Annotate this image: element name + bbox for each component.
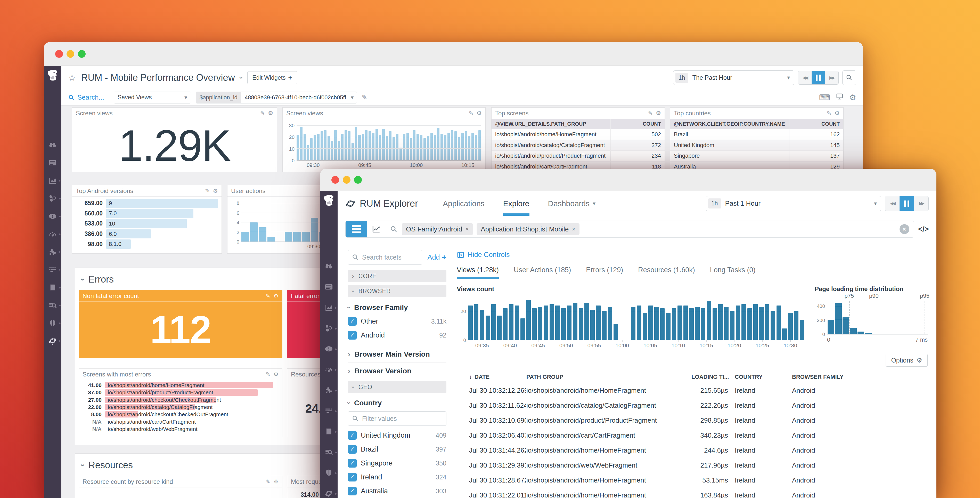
nav-dashboards[interactable]: Dashboards▾ — [548, 199, 596, 208]
bar-row[interactable]: 22.00io/shopist/android/catalog/CatalogF… — [79, 404, 278, 411]
back-window-titlebar[interactable] — [44, 42, 863, 66]
bar-row[interactable]: 533.0010 — [72, 219, 218, 229]
sidebar-item-rum-icon[interactable]: ▸ — [320, 483, 337, 498]
sidebar-item-notebooks-icon[interactable]: ▸ — [320, 421, 337, 442]
column-browser-family[interactable]: BROWSER FAMILY — [792, 374, 928, 380]
event-row[interactable]: Jul 30 10:31:29.391io/shopist/android/we… — [457, 458, 928, 473]
event-row[interactable]: Jul 30 10:31:28.672io/shopist/android/ho… — [457, 473, 928, 488]
widget-screens-most-errors[interactable]: Screens with most errors ✎⚙ 41.00io/shop… — [79, 369, 282, 437]
facet-country[interactable]: › Country — [348, 399, 446, 407]
forward-button[interactable]: ▶▶ — [825, 71, 838, 85]
datadog-logo-icon[interactable] — [46, 69, 59, 82]
add-facet-button[interactable]: Add+ — [427, 253, 446, 262]
timeseries-view-button[interactable] — [367, 221, 385, 238]
column-path-group[interactable]: PATH GROUP — [527, 374, 691, 380]
minimize-button[interactable] — [67, 50, 74, 58]
minimize-button[interactable] — [343, 176, 350, 184]
table-row[interactable]: io/shopist/android/home/HomeFragment502 — [492, 129, 665, 140]
gear-icon[interactable]: ⚙ — [213, 188, 218, 194]
facet-value-row[interactable]: ✓Other3.11k — [348, 315, 446, 327]
event-row[interactable]: Jul 30 10:32:06.407io/shopist/android/ca… — [457, 428, 928, 443]
checkbox-checked[interactable]: ✓ — [348, 431, 357, 440]
chevron-down-icon[interactable]: › — [237, 77, 245, 79]
tab-long[interactable]: Long Tasks (0) — [710, 266, 756, 274]
close-button[interactable] — [55, 50, 63, 58]
table-row[interactable]: io/shopist/android/product/ProductFragme… — [492, 151, 665, 161]
gear-icon[interactable]: ⚙ — [268, 110, 273, 117]
table-row[interactable]: Singapore137 — [670, 151, 843, 161]
filter-values-field[interactable] — [348, 411, 446, 426]
bar-row[interactable]: N/Aio/shopist/android/cart/CartFragment — [79, 418, 278, 425]
bar-row[interactable]: N/Aio/shopist/android/web/WebFragment — [79, 426, 278, 433]
search-button[interactable]: Search... — [68, 93, 109, 101]
sidebar-item-monitors-icon[interactable]: ▸ — [320, 338, 337, 359]
sidebar-item-dashboards-icon[interactable] — [44, 154, 61, 172]
maximize-button[interactable] — [354, 176, 362, 184]
column-loading-time[interactable]: LOADING TI... — [691, 374, 735, 380]
gear-icon[interactable]: ⚙ — [477, 110, 482, 117]
column-date[interactable]: ↓DATE — [469, 374, 527, 380]
nav-applications[interactable]: Applications — [443, 199, 485, 208]
front-window-titlebar[interactable] — [320, 169, 936, 191]
saved-views-select[interactable]: Saved Views ▾ — [114, 92, 191, 104]
column-country[interactable]: COUNTRY — [735, 374, 792, 380]
pencil-icon[interactable]: ✎ — [266, 478, 270, 485]
bar-row[interactable]: 37.00io/shopist/android/product/ProductF… — [79, 389, 278, 396]
chevron-down-icon[interactable]: › — [79, 464, 88, 466]
widget-top-android-versions[interactable]: Top Android versions ✎⚙ 659.009560.007.0… — [72, 185, 222, 254]
sidebar-item-pipelines-icon[interactable]: ▸ — [44, 260, 61, 278]
sidebar-item-log-explorer-icon[interactable]: ▸ — [44, 296, 61, 314]
code-view-icon[interactable]: </> — [918, 225, 929, 233]
rewind-button[interactable]: ◀◀ — [798, 71, 811, 85]
gear-icon[interactable]: ⚙ — [274, 478, 278, 485]
sidebar-item-metrics-icon[interactable]: ▸ — [320, 297, 337, 318]
maximize-button[interactable] — [78, 50, 86, 58]
sidebar-item-monitors-icon[interactable]: ▸ — [44, 207, 61, 225]
tab-resources[interactable]: Resources (1.60k) — [638, 266, 695, 274]
hide-controls-button[interactable]: Hide Controls — [457, 251, 928, 259]
event-row[interactable]: Jul 30 10:32:12.269io/shopist/android/ho… — [457, 383, 928, 398]
pause-button[interactable] — [811, 71, 825, 85]
monitor-icon[interactable] — [836, 93, 843, 102]
widget-top-screens[interactable]: Top screens ✎⚙ @VIEW.URL_DETAILS.PATH_GR… — [491, 107, 665, 172]
remove-filter-icon[interactable]: × — [465, 225, 469, 233]
sidebar-item-watchdog-icon[interactable] — [320, 256, 337, 277]
gear-icon[interactable]: ⚙ — [835, 110, 840, 117]
widget-top-countries[interactable]: Top countries ✎⚙ @NETWORK.CLIENT.GEOIP.C… — [670, 107, 843, 172]
search-facets-field[interactable] — [348, 250, 422, 265]
pencil-icon[interactable]: ✎ — [648, 110, 653, 117]
sidebar-item-apm-icon[interactable]: ▸ — [44, 225, 61, 243]
pause-button[interactable] — [899, 196, 914, 211]
facet-value-row[interactable]: ✓Singapore350 — [348, 457, 446, 469]
filter-pill[interactable]: Application Id:Shop.ist Mobile× — [477, 223, 579, 235]
tab-views[interactable]: Views (1.28k) — [457, 266, 499, 274]
checkbox-checked[interactable]: ✓ — [348, 445, 357, 453]
pencil-icon[interactable]: ✎ — [266, 293, 270, 299]
bar-row[interactable]: 560.007.0 — [72, 209, 218, 219]
facet-browser-version[interactable]: ›Browser Version — [348, 363, 446, 379]
facet-group-core[interactable]: › CORE — [348, 270, 446, 282]
facet-value-row[interactable]: ✓Android92 — [348, 329, 446, 341]
checkbox-checked[interactable]: ✓ — [348, 459, 357, 468]
sidebar-item-log-explorer-icon[interactable]: ▸ — [320, 442, 337, 462]
list-view-button[interactable] — [345, 221, 367, 238]
options-button[interactable]: Options ⚙ — [886, 354, 928, 367]
time-range-selector[interactable]: 1h Past 1 Hour ▾ — [706, 196, 881, 211]
checkbox-checked[interactable]: ✓ — [348, 317, 357, 326]
chevron-down-icon[interactable]: › — [79, 278, 88, 281]
facet-group-browser[interactable]: › BROWSER — [348, 285, 446, 297]
search-facets-input[interactable] — [362, 254, 418, 261]
bar-row[interactable]: 98.008.1.0 — [72, 239, 218, 249]
gear-icon[interactable]: ⚙ — [274, 293, 278, 299]
facet-value-row[interactable]: ✓Australia303 — [348, 485, 446, 497]
table-row[interactable]: io/shopist/android/catalog/CatalogFragme… — [492, 140, 665, 151]
table-row[interactable]: United Kingdom145 — [670, 140, 843, 151]
sidebar-item-dashboards-icon[interactable] — [320, 277, 337, 297]
pencil-icon[interactable]: ✎ — [361, 93, 367, 101]
sidebar-item-security-icon[interactable]: ▸ — [320, 462, 337, 483]
sidebar-item-watchdog-icon[interactable] — [44, 136, 61, 154]
facet-group-geo[interactable]: › GEO — [348, 381, 446, 393]
sidebar-item-infrastructure-icon[interactable]: ▸ — [320, 318, 337, 338]
search-input[interactable]: OS Family:Android×Application Id:Shop.is… — [385, 221, 914, 238]
widget-screen-views-chart[interactable]: Screen views ✎⚙ 0102030 09:3009:4510:001… — [282, 107, 485, 172]
